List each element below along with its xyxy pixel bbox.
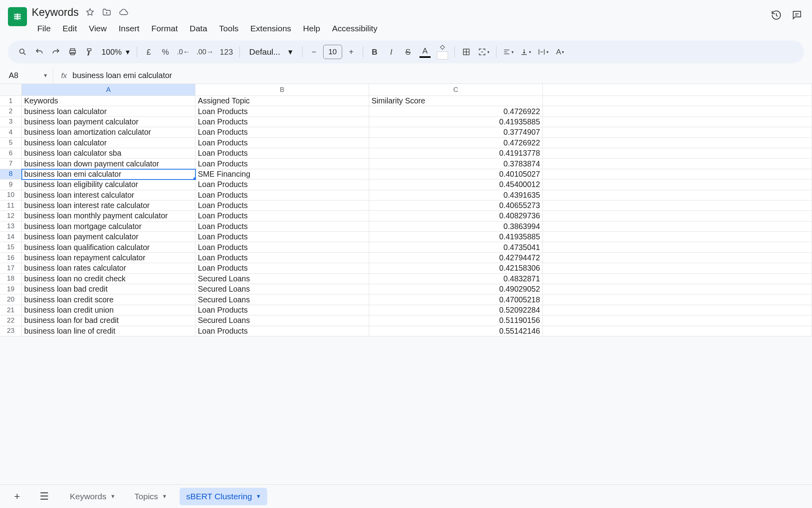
row-header[interactable]: 17 [0,263,22,273]
cell[interactable]: business loan payment calculator [22,232,195,242]
move-folder-icon[interactable] [102,8,111,17]
menu-extensions[interactable]: Extensions [245,21,297,36]
column-header-blank[interactable] [543,84,812,96]
cell[interactable]: 0.51190156 [369,315,543,326]
cell[interactable]: business loan credit score [22,294,195,305]
cell[interactable]: business loan bad credit [22,284,195,294]
menu-view[interactable]: View [83,21,112,36]
cell[interactable] [543,263,812,273]
cell[interactable] [543,106,812,116]
increase-decimal-icon[interactable]: .00→ [194,44,216,59]
cell[interactable]: Loan Products [195,190,369,201]
cell[interactable]: Secured Loans [195,315,369,326]
cell[interactable]: business loan calculator [22,106,195,116]
cell[interactable]: business loan qualification calculator [22,242,195,252]
cell[interactable]: business loan repayment calculator [22,253,195,263]
column-header-b[interactable]: B [195,84,369,96]
row-header[interactable]: 19 [0,284,22,294]
cell[interactable] [543,211,812,221]
sheet-tab[interactable]: sBERT Clustering▼ [180,488,267,505]
row-header[interactable]: 13 [0,222,22,232]
cell[interactable] [543,159,812,169]
menu-help[interactable]: Help [297,21,326,36]
sheets-logo-icon[interactable] [8,7,27,26]
row-header[interactable]: 11 [0,201,22,211]
sheet-tab[interactable]: Topics▼ [128,488,173,505]
cloud-status-icon[interactable] [119,8,129,17]
row-header[interactable]: 2 [0,106,22,116]
cell[interactable]: 0.52092284 [369,305,543,315]
cell[interactable]: Loan Products [195,232,369,242]
cell[interactable]: 0.41935885 [369,232,543,242]
cell[interactable]: Loan Products [195,180,369,190]
cell[interactable]: Loan Products [195,305,369,315]
italic-icon[interactable]: I [384,44,399,59]
zoom-dropdown[interactable]: 100%▾ [98,47,133,57]
row-header[interactable]: 14 [0,232,22,242]
cell[interactable] [543,138,812,148]
cell[interactable]: 0.40655273 [369,201,543,211]
cell[interactable]: business loan mortgage calculator [22,222,195,232]
cell[interactable]: Keywords [22,96,195,106]
row-header[interactable]: 6 [0,148,22,159]
row-header[interactable]: 3 [0,117,22,127]
row-header[interactable]: 8 [0,169,22,180]
cell[interactable] [543,96,812,106]
cell[interactable]: business loan down payment calculator [22,159,195,169]
row-header[interactable]: 7 [0,159,22,169]
undo-icon[interactable] [32,44,47,59]
cell[interactable]: 0.41913778 [369,148,543,159]
cell[interactable]: business loan monthly payment calculator [22,211,195,221]
cell[interactable]: 0.4735041 [369,242,543,252]
cell[interactable]: Loan Products [195,263,369,273]
add-sheet-icon[interactable]: + [10,489,25,504]
cell[interactable] [543,274,812,284]
select-all-corner[interactable] [0,84,22,96]
cell[interactable]: Secured Loans [195,284,369,294]
menu-edit[interactable]: Edit [57,21,82,36]
menu-insert[interactable]: Insert [113,21,145,36]
cell[interactable]: business loan for bad credit [22,315,195,326]
comments-icon[interactable] [791,10,802,21]
cell[interactable] [543,190,812,201]
cell[interactable]: business loan amortization calculator [22,127,195,138]
cell[interactable] [543,326,812,336]
search-icon[interactable] [15,44,30,59]
cell[interactable]: business loan eligibility calculator [22,180,195,190]
cell[interactable]: 0.40829736 [369,211,543,221]
number-format-button[interactable]: 123 [217,44,235,59]
cell[interactable]: 0.3774907 [369,127,543,138]
text-wrap-icon[interactable]: ▾ [535,44,551,59]
row-header[interactable]: 18 [0,274,22,284]
row-header[interactable]: 22 [0,315,22,326]
cell[interactable]: 0.3783874 [369,159,543,169]
cell[interactable]: 0.4391635 [369,190,543,201]
cell[interactable]: Loan Products [195,242,369,252]
cell[interactable]: Loan Products [195,127,369,138]
cell[interactable] [543,294,812,305]
vertical-align-icon[interactable]: ▾ [518,44,534,59]
cell[interactable]: Loan Products [195,106,369,116]
text-color-icon[interactable]: A [417,44,433,59]
cell[interactable]: Secured Loans [195,294,369,305]
row-header[interactable]: 16 [0,253,22,263]
cell[interactable]: 0.4832871 [369,274,543,284]
cell[interactable]: 0.40105027 [369,169,543,180]
row-header[interactable]: 9 [0,180,22,190]
redo-icon[interactable] [48,44,63,59]
row-header[interactable]: 23 [0,326,22,336]
currency-button[interactable]: £ [141,44,156,59]
cell[interactable]: 0.45400012 [369,180,543,190]
cell[interactable]: SME Financing [195,169,369,180]
history-icon[interactable] [771,10,782,21]
cell[interactable]: Loan Products [195,222,369,232]
all-sheets-icon[interactable]: ☰ [36,489,52,504]
cell[interactable]: business loan interest rate calculator [22,201,195,211]
cell[interactable] [543,201,812,211]
cell[interactable]: 0.3863994 [369,222,543,232]
column-header-a[interactable]: A [22,84,195,96]
cell[interactable]: Loan Products [195,117,369,127]
cell[interactable]: Loan Products [195,326,369,336]
cell[interactable]: Loan Products [195,159,369,169]
cell[interactable]: 0.4726922 [369,138,543,148]
